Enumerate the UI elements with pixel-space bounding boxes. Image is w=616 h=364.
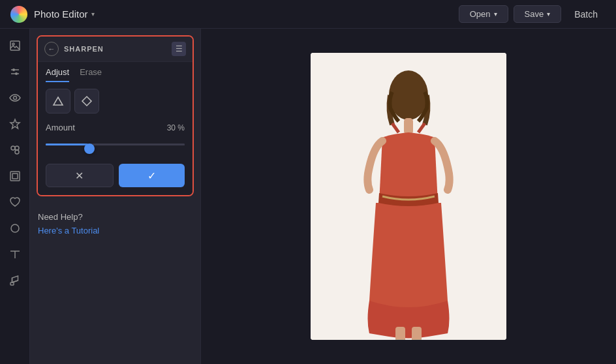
svg-marker-7 — [10, 119, 20, 129]
svg-point-6 — [13, 97, 16, 100]
app-logo — [10, 6, 27, 23]
triangle-brush-button[interactable] — [46, 89, 70, 114]
svg-point-8 — [11, 146, 15, 150]
sharpen-header: ← SHARPEN ☰ — [38, 37, 192, 62]
svg-point-5 — [15, 72, 18, 75]
sharpen-tabs: Adjust Erase — [38, 62, 192, 82]
svg-rect-11 — [10, 172, 20, 181]
heart-icon-btn[interactable] — [3, 190, 27, 214]
svg-marker-20 — [82, 97, 91, 106]
confirm-buttons: ✕ ✓ — [38, 159, 192, 195]
save-button[interactable]: Save ▾ — [514, 5, 562, 23]
help-title: Need Help? — [38, 212, 192, 222]
svg-point-1 — [12, 43, 14, 45]
star-icon-btn[interactable] — [3, 112, 27, 136]
amount-slider-container — [46, 138, 185, 151]
svg-point-10 — [15, 146, 19, 150]
effects-icon-btn[interactable] — [3, 138, 27, 162]
title-chevron: ▾ — [91, 10, 95, 18]
sharpen-card: ← SHARPEN ☰ Adjust Erase — [37, 35, 194, 196]
svg-point-9 — [15, 150, 19, 154]
svg-rect-23 — [404, 118, 413, 134]
amount-section: Amount 30 % — [38, 120, 192, 159]
eye-icon-btn[interactable] — [3, 86, 27, 110]
open-button[interactable]: Open ▾ — [459, 5, 508, 23]
shape-icon-btn[interactable] — [3, 217, 27, 240]
main-area: ← SHARPEN ☰ Adjust Erase — [0, 29, 616, 364]
canvas-area — [201, 29, 616, 364]
left-panel: ← SHARPEN ☰ Adjust Erase — [30, 29, 201, 364]
sharpen-menu-button[interactable]: ☰ — [172, 42, 186, 56]
adjust-icon-btn[interactable] — [3, 60, 27, 83]
brush-tools — [38, 82, 192, 120]
svg-marker-19 — [54, 97, 63, 105]
back-button[interactable]: ← — [44, 42, 59, 56]
svg-rect-12 — [12, 174, 18, 179]
amount-value: 30 % — [167, 123, 185, 132]
tutorial-link[interactable]: Here's a Tutorial — [38, 226, 99, 235]
app-title-button[interactable]: Photo Editor ▾ — [34, 8, 95, 20]
svg-line-18 — [12, 281, 18, 282]
help-section: Need Help? Here's a Tutorial — [30, 203, 200, 245]
app-title-text: Photo Editor — [34, 8, 88, 20]
topbar: Photo Editor ▾ Open ▾ Save ▾ Batch — [0, 0, 616, 29]
frame-icon-btn[interactable] — [3, 164, 27, 188]
svg-rect-25 — [412, 327, 422, 340]
tab-adjust[interactable]: Adjust — [46, 67, 69, 82]
amount-label: Amount — [46, 123, 75, 132]
svg-rect-24 — [395, 327, 405, 340]
sharpen-title: SHARPEN — [64, 45, 172, 53]
diamond-brush-button[interactable] — [74, 89, 99, 114]
photo-image — [311, 53, 506, 340]
amount-header: Amount 30 % — [46, 123, 185, 132]
brush-icon-btn[interactable] — [3, 269, 27, 292]
cancel-icon: ✕ — [75, 170, 84, 182]
confirm-icon: ✓ — [147, 170, 156, 182]
amount-slider[interactable] — [46, 144, 185, 145]
tab-erase[interactable]: Erase — [80, 67, 102, 82]
photo-container — [311, 53, 506, 340]
cancel-button[interactable]: ✕ — [46, 164, 114, 187]
topbar-actions: Open ▾ Save ▾ Batch — [459, 5, 606, 23]
confirm-button[interactable]: ✓ — [119, 164, 185, 187]
photo-background — [311, 53, 506, 340]
text-icon-btn[interactable] — [3, 243, 27, 266]
icon-sidebar — [0, 29, 30, 364]
svg-point-13 — [11, 224, 19, 232]
svg-point-4 — [12, 68, 15, 71]
batch-button[interactable]: Batch — [566, 6, 606, 23]
image-icon-btn[interactable] — [3, 34, 27, 57]
